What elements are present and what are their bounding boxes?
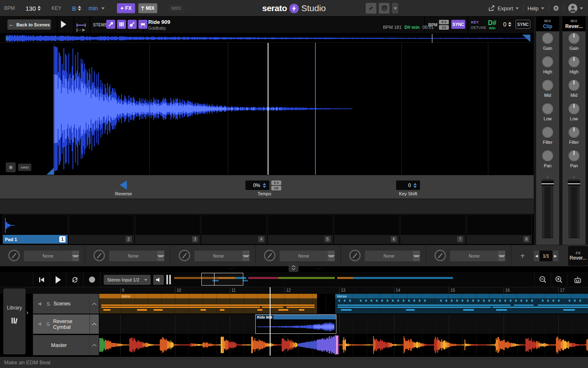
- bpm-sync-button[interactable]: SYNC: [451, 20, 465, 29]
- knob-dial[interactable]: [568, 127, 580, 138]
- fx-panel-button[interactable]: ✦FX: [117, 3, 135, 13]
- song-overview-minimap[interactable]: [174, 272, 455, 287]
- timeline-ruler[interactable]: 91011121314151617: [0, 287, 588, 294]
- knob-filter[interactable]: Filter: [568, 127, 580, 149]
- stem-melody-button[interactable]: [117, 20, 126, 29]
- sample-waveform-view[interactable]: ❄ GRID: [0, 43, 534, 175]
- grid-button[interactable]: GRID: [18, 164, 31, 171]
- knob-mid[interactable]: Mid: [568, 80, 580, 102]
- fader-track[interactable]: [569, 180, 579, 238]
- mute-speaker-icon[interactable]: [38, 322, 43, 326]
- fx-knob-dial[interactable]: [93, 250, 105, 261]
- library-expand-arrow[interactable]: ›: [26, 309, 28, 316]
- key-stepper[interactable]: [78, 6, 81, 11]
- key-shift-header-value[interactable]: 0: [503, 21, 506, 28]
- tempo-x2-button[interactable]: X 2: [271, 180, 281, 185]
- preview-play-button[interactable]: [61, 21, 66, 28]
- fx-select[interactable]: None: [24, 251, 79, 261]
- zoom-in-button[interactable]: [551, 272, 567, 287]
- stem-bass-button[interactable]: [128, 20, 137, 29]
- pad-3[interactable]: 3: [135, 214, 201, 244]
- collapse-track-button[interactable]: [89, 294, 99, 314]
- bpm-stepper[interactable]: [37, 6, 41, 11]
- pad-7[interactable]: 7: [400, 214, 466, 244]
- volume-fader[interactable]: [542, 176, 553, 238]
- fx-page-prev-button[interactable]: ◀: [534, 251, 539, 261]
- clip-ride-909[interactable]: Ride 909: [255, 314, 336, 334]
- play-button[interactable]: [50, 272, 67, 287]
- knob-dial[interactable]: [568, 33, 580, 44]
- key-shift-stepper[interactable]: [413, 183, 417, 188]
- volume-fader[interactable]: [569, 176, 579, 238]
- knob-gain[interactable]: Gain: [542, 33, 553, 55]
- knob-dial[interactable]: [542, 56, 553, 68]
- stem-vocals-button[interactable]: [106, 20, 115, 29]
- solo-button[interactable]: S: [47, 301, 50, 307]
- mute-speaker-icon[interactable]: [38, 302, 43, 306]
- knob-dial[interactable]: [568, 150, 580, 162]
- knob-filter[interactable]: Filter: [542, 127, 553, 149]
- bpm-half-button[interactable]: 1/2: [439, 25, 449, 30]
- knob-gain[interactable]: Gain: [568, 33, 580, 55]
- drag-dots[interactable]: ···: [227, 266, 236, 271]
- midi-button[interactable]: MIDI: [168, 4, 184, 13]
- fader-handle[interactable]: [541, 180, 554, 187]
- track-header-scenes[interactable]: S Scenes: [33, 294, 89, 314]
- knob-dial[interactable]: [542, 80, 553, 91]
- fx-knob-dial[interactable]: [179, 250, 190, 261]
- zoom-out-button[interactable]: [534, 272, 551, 287]
- minimap-view-rectangle[interactable]: [201, 273, 243, 286]
- pad-8[interactable]: 8: [467, 214, 532, 244]
- panel-collapse-handle[interactable]: [289, 263, 299, 272]
- pad-1[interactable]: Pad 11: [2, 214, 68, 244]
- knob-pan[interactable]: Pan: [568, 150, 580, 172]
- knob-low[interactable]: Low: [542, 103, 553, 125]
- knob-dial[interactable]: [542, 127, 553, 138]
- knob-pan[interactable]: Pan: [542, 150, 553, 172]
- track-header-reverse-cymbal[interactable]: S Reverse Cymbal: [33, 314, 89, 334]
- knob-mid[interactable]: Mid: [542, 80, 553, 102]
- fader-handle[interactable]: [568, 180, 580, 187]
- export-button[interactable]: Export: [488, 5, 519, 12]
- input-select[interactable]: Stereo Input 1/2: [104, 275, 151, 285]
- fx-bank-button[interactable]: FX Rever...: [568, 246, 588, 266]
- track-lane-master[interactable]: [99, 335, 588, 355]
- tempo-stepper[interactable]: [263, 183, 266, 188]
- fx-select[interactable]: None: [109, 251, 164, 261]
- pen-tool-button[interactable]: [366, 3, 376, 14]
- clip-intro[interactable]: Intro: [99, 294, 317, 314]
- bpm-value[interactable]: 130: [26, 5, 36, 12]
- mixer-strip-header[interactable]: MIXRever...: [562, 16, 586, 31]
- help-button[interactable]: Help: [527, 5, 544, 12]
- arrangement-playhead[interactable]: [270, 287, 271, 356]
- track-lane-scenes[interactable]: IntroVerse: [99, 294, 588, 314]
- key-shift-value-box[interactable]: 0: [396, 180, 420, 190]
- pad-6[interactable]: 6: [334, 214, 399, 244]
- track-lane-reverse-cymbal[interactable]: Ride 909: [99, 314, 588, 334]
- tempo-half-button[interactable]: 1/2: [271, 186, 281, 190]
- monitor-speaker-button[interactable]: [153, 275, 164, 285]
- knob-dial[interactable]: [568, 56, 580, 68]
- record-button[interactable]: [84, 272, 100, 287]
- assistant-robot-button[interactable]: [567, 272, 588, 287]
- knob-high[interactable]: High: [568, 56, 580, 78]
- loop-button[interactable]: [67, 272, 84, 287]
- knob-dial[interactable]: [542, 33, 553, 44]
- pad-5[interactable]: 5: [268, 214, 333, 244]
- drag-dots[interactable]: ···: [315, 266, 324, 271]
- fx-page-next-button[interactable]: ▶: [553, 251, 558, 261]
- key-sync-button[interactable]: SYNC: [516, 20, 530, 29]
- pad-4[interactable]: 4: [201, 214, 267, 244]
- knob-dial[interactable]: [542, 150, 553, 162]
- back-to-scenes-button[interactable]: ← Back to Scenes: [7, 19, 51, 30]
- knob-dial[interactable]: [542, 103, 553, 115]
- stem-drums-button[interactable]: [138, 20, 147, 29]
- fader-track[interactable]: [542, 180, 553, 238]
- fx-select[interactable]: None: [365, 251, 420, 261]
- collapse-track-button[interactable]: [89, 314, 99, 334]
- reverse-toggle[interactable]: [120, 180, 127, 190]
- sample-overview-strip[interactable]: [0, 34, 534, 43]
- account-menu[interactable]: [568, 3, 583, 13]
- bpm-x2-button[interactable]: X 2: [439, 20, 449, 24]
- play-from-start-button[interactable]: [77, 26, 86, 33]
